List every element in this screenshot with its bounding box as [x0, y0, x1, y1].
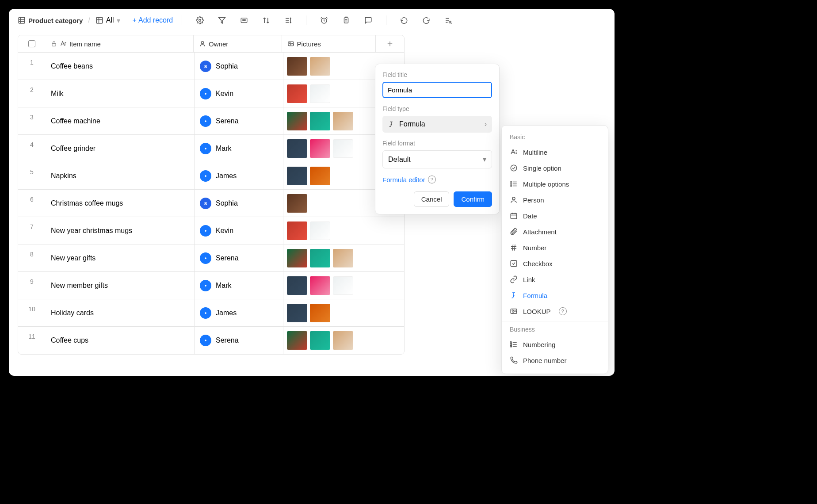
picture-thumbnail[interactable]: [287, 221, 307, 240]
cell-owner[interactable]: • Serena: [195, 244, 283, 271]
filter-icon[interactable]: [216, 14, 228, 27]
select-all-checkbox[interactable]: [18, 35, 46, 52]
picture-thumbnail[interactable]: [310, 276, 330, 295]
comment-icon[interactable]: [362, 14, 374, 27]
cell-item-name[interactable]: Coffee beans: [46, 53, 194, 80]
cell-item-name[interactable]: Holiday cards: [46, 299, 194, 326]
sort-icon[interactable]: [260, 14, 272, 27]
breadcrumb[interactable]: Product category: [18, 16, 83, 24]
picture-thumbnail[interactable]: [310, 84, 330, 103]
picture-thumbnail[interactable]: [310, 167, 330, 185]
cell-pictures[interactable]: [283, 272, 378, 299]
type-option-numbering[interactable]: 123Numbering: [502, 336, 608, 352]
field-type-selector[interactable]: Formula ›: [382, 116, 492, 133]
type-option-person[interactable]: Person: [502, 192, 608, 208]
type-option-phone-number[interactable]: Phone number: [502, 352, 608, 368]
cancel-button[interactable]: Cancel: [414, 191, 450, 207]
table-row[interactable]: 5 Napkins • James: [18, 162, 404, 190]
cell-owner[interactable]: s Sophia: [195, 190, 283, 217]
cell-pictures[interactable]: [283, 190, 378, 217]
reminder-icon[interactable]: [318, 14, 330, 27]
type-option-single-option[interactable]: Single option: [502, 160, 608, 176]
picture-thumbnail[interactable]: [287, 249, 307, 267]
confirm-button[interactable]: Confirm: [454, 191, 492, 207]
cell-item-name[interactable]: New year gifts: [46, 244, 194, 271]
picture-thumbnail[interactable]: [333, 276, 353, 295]
type-option-multiline[interactable]: Multiline: [502, 144, 608, 160]
picture-thumbnail[interactable]: [310, 57, 330, 76]
cell-owner[interactable]: • Kevin: [195, 217, 283, 244]
table-row[interactable]: 8 New year gifts • Serena: [18, 244, 404, 272]
column-header-name[interactable]: Item name: [46, 35, 194, 52]
picture-thumbnail[interactable]: [310, 221, 330, 240]
picture-thumbnail[interactable]: [287, 139, 307, 158]
formula-editor-link[interactable]: Formula editor ?: [382, 176, 492, 183]
view-switcher[interactable]: All ▾: [95, 16, 120, 25]
picture-thumbnail[interactable]: [310, 304, 330, 322]
cell-owner[interactable]: s Sophia: [195, 53, 283, 80]
table-row[interactable]: 10 Holiday cards • James: [18, 299, 404, 327]
table-row[interactable]: 1 Coffee beans s Sophia: [18, 53, 404, 80]
picture-thumbnail[interactable]: [333, 112, 353, 130]
cell-owner[interactable]: • Serena: [195, 327, 283, 354]
cell-pictures[interactable]: [283, 53, 378, 80]
cell-pictures[interactable]: [283, 244, 378, 271]
field-format-select[interactable]: Default ▾: [382, 150, 492, 168]
cell-item-name[interactable]: Coffee machine: [46, 107, 194, 134]
table-row[interactable]: 2 Milk • Kevin: [18, 80, 404, 107]
picture-thumbnail[interactable]: [287, 112, 307, 130]
cell-pictures[interactable]: [283, 299, 378, 326]
cell-item-name[interactable]: New member gifts: [46, 272, 194, 299]
cell-owner[interactable]: • Kevin: [195, 80, 283, 107]
type-option-attachment[interactable]: Attachment: [502, 224, 608, 240]
picture-thumbnail[interactable]: [287, 331, 307, 350]
undo-icon[interactable]: [398, 14, 410, 27]
hide-columns-icon[interactable]: [238, 14, 250, 27]
cell-pictures[interactable]: [283, 327, 378, 354]
type-option-number[interactable]: Number: [502, 240, 608, 256]
cell-owner[interactable]: • James: [195, 162, 283, 189]
redo-icon[interactable]: [420, 14, 432, 27]
field-title-input[interactable]: [382, 82, 492, 98]
cell-pictures[interactable]: [283, 135, 378, 162]
picture-thumbnail[interactable]: [287, 304, 307, 322]
search-icon[interactable]: [442, 14, 454, 27]
table-row[interactable]: 4 Coffee grinder • Mark: [18, 135, 404, 162]
cell-pictures[interactable]: [283, 217, 378, 244]
cell-pictures[interactable]: [283, 107, 378, 134]
picture-thumbnail[interactable]: [333, 139, 353, 158]
table-row[interactable]: 9 New member gifts • Mark: [18, 272, 404, 299]
type-option-formula[interactable]: Formula: [502, 287, 608, 303]
cell-owner[interactable]: • James: [195, 299, 283, 326]
clipboard-icon[interactable]: [340, 14, 352, 27]
picture-thumbnail[interactable]: [310, 139, 330, 158]
row-height-icon[interactable]: [282, 14, 294, 27]
cell-pictures[interactable]: [283, 162, 378, 189]
picture-thumbnail[interactable]: [287, 84, 307, 103]
cell-owner[interactable]: • Mark: [195, 272, 283, 299]
picture-thumbnail[interactable]: [310, 112, 330, 130]
settings-icon[interactable]: [194, 14, 206, 27]
add-column-button[interactable]: [376, 35, 404, 52]
cell-item-name[interactable]: Milk: [46, 80, 194, 107]
cell-item-name[interactable]: Coffee grinder: [46, 135, 194, 162]
type-option-checkbox[interactable]: Checkbox: [502, 256, 608, 271]
type-option-date[interactable]: Date: [502, 208, 608, 224]
type-option-lookup[interactable]: LOOKUP?: [502, 303, 608, 319]
table-row[interactable]: 11 Coffee cups • Serena: [18, 327, 404, 354]
cell-item-name[interactable]: Napkins: [46, 162, 194, 189]
cell-owner[interactable]: • Serena: [195, 107, 283, 134]
picture-thumbnail[interactable]: [287, 57, 307, 76]
cell-owner[interactable]: • Mark: [195, 135, 283, 162]
type-option-link[interactable]: Link: [502, 271, 608, 287]
cell-pictures[interactable]: [283, 80, 378, 107]
picture-thumbnail[interactable]: [333, 331, 353, 350]
column-header-owner[interactable]: Owner: [194, 35, 282, 52]
table-row[interactable]: 6 Christmas coffee mugs s Sophia: [18, 190, 404, 217]
picture-thumbnail[interactable]: [287, 167, 307, 185]
add-record-button[interactable]: + Add record: [133, 16, 173, 24]
column-header-pictures[interactable]: Pictures: [282, 35, 376, 52]
picture-thumbnail[interactable]: [310, 331, 330, 350]
cell-item-name[interactable]: New year christmas mugs: [46, 217, 194, 244]
picture-thumbnail[interactable]: [310, 249, 330, 267]
